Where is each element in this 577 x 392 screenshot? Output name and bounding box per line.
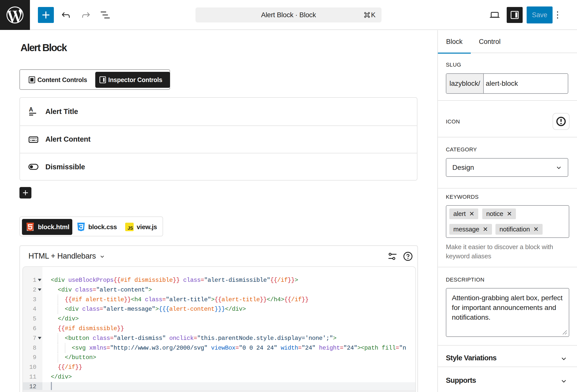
svg-text:A: A [29,106,33,113]
